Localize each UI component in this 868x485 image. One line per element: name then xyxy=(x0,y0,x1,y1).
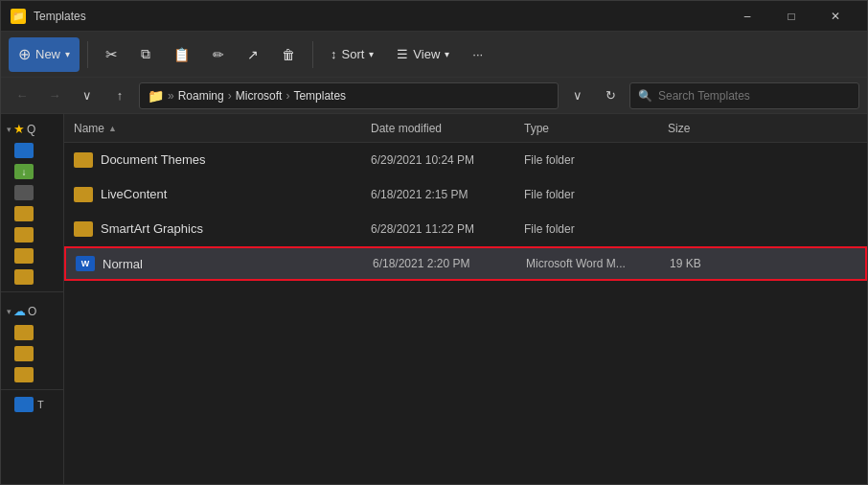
window-icon: 📁 xyxy=(11,9,26,24)
titlebar-controls: – □ ✕ xyxy=(725,1,857,32)
search-icon: 🔍 xyxy=(638,89,652,103)
sidebar-cloud-item-2[interactable] xyxy=(1,343,63,364)
more-button[interactable]: ··· xyxy=(463,37,492,72)
sort-button[interactable]: ↕ Sort ▾ xyxy=(321,37,383,72)
bottom-label: T xyxy=(37,399,44,410)
sidebar-cloud-item-3[interactable] xyxy=(1,364,63,385)
sidebar-cloud-item-1[interactable] xyxy=(1,322,63,343)
bottom-folder xyxy=(14,397,34,412)
sort-icon: ↕ xyxy=(331,47,337,61)
col-header-name: Name ▲ xyxy=(74,122,371,135)
view-button[interactable]: ☰ View ▾ xyxy=(387,37,459,72)
cloud-folder-1 xyxy=(14,325,34,340)
maximize-button[interactable]: □ xyxy=(769,1,813,32)
search-input[interactable] xyxy=(658,89,851,103)
file-date: 6/18/2021 2:20 PM xyxy=(373,257,526,270)
breadcrumb-sep-3: › xyxy=(286,89,289,103)
quick-access-star-icon: ★ xyxy=(13,122,25,136)
folder-icon-1 xyxy=(14,143,34,158)
titlebar: 📁 Templates – □ ✕ xyxy=(1,1,867,32)
quick-access-chevron: ▾ xyxy=(7,125,11,134)
sidebar-item-3[interactable] xyxy=(1,182,63,203)
address-dropdown-button[interactable]: ∨ xyxy=(564,82,591,109)
folder-icon-6 xyxy=(14,248,34,264)
onedrive-cloud-icon: ☁ xyxy=(13,304,26,318)
cloud-folder-2 xyxy=(14,346,34,361)
folder-icon xyxy=(74,221,93,237)
toolbar: ⊕ New ▾ ✂ ⧉ 📋 ✏ ↗ 🗑 ↕ Sort ▾ ☰ xyxy=(1,32,867,78)
file-size: 19 KB xyxy=(670,257,746,270)
breadcrumb-templates[interactable]: Templates xyxy=(293,89,346,103)
file-type: File folder xyxy=(524,153,668,167)
rename-button[interactable]: ✏ xyxy=(203,37,234,72)
up-button[interactable]: ↑ xyxy=(106,82,133,109)
table-row[interactable]: LiveContent 6/18/2021 2:15 PM File folde… xyxy=(64,177,867,212)
col-header-date: Date modified xyxy=(371,122,524,135)
paste-button[interactable]: 📋 xyxy=(164,37,199,72)
back-button[interactable]: ← xyxy=(9,82,35,109)
sidebar-item-1[interactable] xyxy=(1,140,63,161)
forward-button[interactable]: → xyxy=(41,82,68,109)
folder-icon-5 xyxy=(14,227,34,242)
rename-icon: ✏ xyxy=(213,47,224,62)
cut-button[interactable]: ✂ xyxy=(96,37,127,72)
file-name: LiveContent xyxy=(101,187,371,201)
file-name: SmartArt Graphics xyxy=(101,221,371,236)
quick-access-header[interactable]: ▾ ★ Q xyxy=(1,118,63,140)
onedrive-header[interactable]: ▾ ☁ O xyxy=(1,300,63,322)
new-dropdown-icon: ▾ xyxy=(65,49,70,59)
file-type: Microsoft Word M... xyxy=(526,257,670,270)
sidebar-bottom-item[interactable]: T xyxy=(1,394,63,415)
folder-icon-2: ↓ xyxy=(14,164,34,179)
expand-button[interactable]: ∨ xyxy=(74,82,101,109)
table-row[interactable]: SmartArt Graphics 6/28/2021 11:22 PM Fil… xyxy=(64,212,867,246)
breadcrumb-folder-icon: 📁 xyxy=(148,88,164,104)
toolbar-separator-1 xyxy=(87,41,88,68)
file-date: 6/18/2021 2:15 PM xyxy=(371,188,524,201)
folder-icon-3 xyxy=(14,185,34,200)
paste-icon: 📋 xyxy=(173,47,190,62)
sort-label: Sort xyxy=(342,47,365,61)
cut-icon: ✂ xyxy=(105,46,118,63)
file-date: 6/29/2021 10:24 PM xyxy=(371,153,524,167)
sidebar-item-6[interactable] xyxy=(1,245,63,266)
breadcrumb-roaming[interactable]: Roaming xyxy=(178,89,224,103)
sidebar-item-2[interactable]: ↓ xyxy=(1,161,63,182)
refresh-button[interactable]: ↻ xyxy=(597,82,624,109)
new-button[interactable]: ⊕ New ▾ xyxy=(9,37,80,72)
new-icon: ⊕ xyxy=(18,45,31,63)
view-icon: ☰ xyxy=(397,47,408,61)
table-row[interactable]: Document Themes 6/29/2021 10:24 PM File … xyxy=(64,143,867,177)
table-row[interactable]: W Normal 6/18/2021 2:20 PM Microsoft Wor… xyxy=(64,246,867,281)
more-icon: ··· xyxy=(472,47,483,61)
file-name: Document Themes xyxy=(101,152,371,167)
breadcrumb-microsoft[interactable]: Microsoft xyxy=(236,89,283,103)
close-button[interactable]: ✕ xyxy=(813,1,857,32)
col-header-type: Type xyxy=(524,122,668,135)
onedrive-chevron: ▾ xyxy=(7,307,11,316)
window-title: Templates xyxy=(34,10,725,23)
share-icon: ↗ xyxy=(247,47,259,62)
delete-button[interactable]: 🗑 xyxy=(272,37,305,72)
breadcrumb[interactable]: 📁 » Roaming › Microsoft › Templates xyxy=(139,82,559,109)
folder-icon xyxy=(74,152,93,168)
delete-icon: 🗑 xyxy=(282,47,295,62)
word-icon: W xyxy=(76,256,95,271)
window: 📁 Templates – □ ✕ ⊕ New ▾ ✂ ⧉ 📋 ✏ ↗ xyxy=(0,0,868,485)
cloud-folder-3 xyxy=(14,367,34,382)
sort-arrow-icon: ▲ xyxy=(108,124,117,133)
filelist-header: Name ▲ Date modified Type Size xyxy=(64,114,867,143)
addressbar: ← → ∨ ↑ 📁 » Roaming › Microsoft › Templa… xyxy=(1,78,867,114)
main-area: ▾ ★ Q ↓ xyxy=(1,114,867,484)
sidebar-item-5[interactable] xyxy=(1,224,63,245)
file-name: Normal xyxy=(103,257,373,271)
sidebar-item-4[interactable] xyxy=(1,203,63,224)
copy-button[interactable]: ⧉ xyxy=(131,37,160,72)
sidebar-item-7[interactable] xyxy=(1,266,63,288)
toolbar-separator-2 xyxy=(312,41,313,68)
minimize-button[interactable]: – xyxy=(725,1,769,32)
new-label: New xyxy=(35,47,60,61)
share-button[interactable]: ↗ xyxy=(238,37,268,72)
filelist-body: Document Themes 6/29/2021 10:24 PM File … xyxy=(64,143,867,484)
onedrive-label: O xyxy=(28,305,36,318)
